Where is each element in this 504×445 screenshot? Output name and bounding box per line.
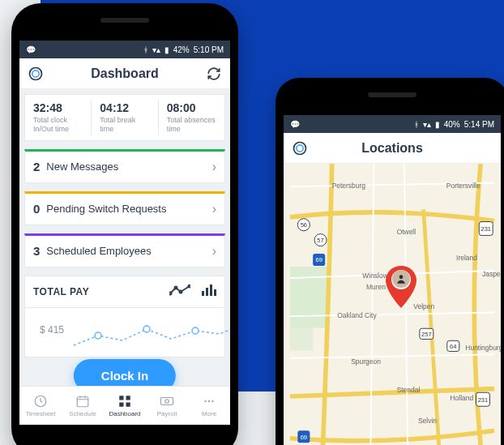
stat-break-time: 04:12 Total break time bbox=[92, 100, 158, 135]
map-place-label: Oakland City bbox=[337, 311, 377, 319]
svg-text:231: 231 bbox=[481, 225, 491, 233]
refresh-icon[interactable] bbox=[206, 66, 222, 82]
stat-clock-time: 32:48 Total clock In/Out time bbox=[25, 100, 92, 135]
list-item[interactable]: 2New Messages› bbox=[24, 149, 225, 183]
svg-point-0 bbox=[30, 67, 42, 79]
bluetooth-icon: ᚼ bbox=[143, 45, 148, 54]
message-icon: 💬 bbox=[26, 45, 36, 54]
message-icon: 💬 bbox=[290, 120, 300, 129]
svg-text:56: 56 bbox=[301, 221, 307, 229]
grid-icon bbox=[117, 394, 132, 409]
tab-bar: Timesheet Schedule Dashboard Payroll Mor… bbox=[19, 386, 230, 425]
signal-icon: ▾▴ bbox=[152, 45, 160, 54]
map-place-label: Huntingburg bbox=[465, 344, 501, 352]
map-place-label: Portersville bbox=[446, 182, 481, 190]
svg-point-10 bbox=[95, 332, 101, 339]
row-text: New Messages bbox=[46, 160, 205, 173]
chevron-right-icon: › bbox=[212, 244, 216, 259]
status-bar: 💬 ᚼ ▾▴ ▮ 40% 5:14 PM bbox=[284, 115, 501, 133]
signal-icon: ▾▴ bbox=[423, 120, 431, 129]
bar-chart-icon[interactable] bbox=[202, 285, 216, 299]
map-place-label: Ireland bbox=[456, 254, 477, 262]
svg-rect-7 bbox=[206, 288, 208, 296]
svg-rect-19 bbox=[161, 398, 173, 405]
page-title: Locations bbox=[361, 141, 423, 156]
list-item[interactable]: 3Scheduled Employees› bbox=[24, 233, 225, 267]
row-count: 3 bbox=[33, 244, 40, 258]
phone-dashboard: 💬 ᚼ ▾▴ ▮ 42% 5:10 PM Dashboard 32:48 bbox=[11, 3, 238, 445]
svg-text:69: 69 bbox=[315, 256, 322, 263]
svg-text:257: 257 bbox=[421, 331, 432, 338]
map[interactable]: 56 57 69 231 257 64 69 231 PetersburgPor… bbox=[284, 164, 501, 445]
svg-point-12 bbox=[192, 327, 199, 334]
map-place-label: Otwell bbox=[397, 228, 416, 236]
total-pay-card: TOTAL PAY $ 415 bbox=[24, 276, 225, 357]
battery-text: 42% bbox=[173, 45, 190, 54]
svg-point-23 bbox=[211, 400, 213, 402]
map-place-label: Spurgeon bbox=[351, 357, 381, 366]
clock-icon bbox=[33, 394, 48, 409]
total-pay-amount: $ 415 bbox=[40, 324, 64, 336]
battery-icon: ▮ bbox=[435, 120, 440, 129]
svg-text:64: 64 bbox=[450, 343, 456, 350]
map-place-label: Muren bbox=[366, 283, 386, 291]
logo-icon bbox=[292, 140, 308, 156]
calendar-icon bbox=[75, 394, 90, 409]
svg-point-22 bbox=[208, 400, 210, 402]
svg-point-25 bbox=[297, 144, 303, 151]
svg-text:57: 57 bbox=[317, 237, 323, 244]
bluetooth-icon: ᚼ bbox=[414, 120, 419, 129]
map-place-label: Petersburg bbox=[332, 182, 366, 190]
svg-point-24 bbox=[294, 142, 306, 154]
total-pay-title: TOTAL PAY bbox=[33, 286, 89, 297]
svg-rect-18 bbox=[126, 403, 130, 407]
money-icon bbox=[160, 394, 174, 409]
svg-point-1 bbox=[32, 70, 39, 76]
svg-point-46 bbox=[399, 275, 403, 279]
tab-payroll[interactable]: Payroll bbox=[146, 387, 188, 425]
svg-text:231: 231 bbox=[478, 396, 489, 404]
row-text: Scheduled Employees bbox=[46, 245, 205, 257]
clock-text: 5:10 PM bbox=[194, 45, 224, 54]
map-place-label: Stendal bbox=[397, 386, 421, 394]
chevron-right-icon: › bbox=[212, 202, 216, 216]
svg-rect-8 bbox=[210, 285, 212, 296]
phone-locations: 💬 ᚼ ▾▴ ▮ 40% 5:14 PM Locations bbox=[275, 78, 504, 445]
svg-rect-6 bbox=[202, 291, 204, 296]
svg-rect-28 bbox=[290, 327, 313, 350]
list-item[interactable]: 0Pending Switch Requests› bbox=[24, 191, 225, 225]
svg-point-11 bbox=[143, 326, 150, 332]
battery-text: 40% bbox=[444, 120, 460, 129]
status-bar: 💬 ᚼ ▾▴ ▮ 42% 5:10 PM bbox=[19, 41, 230, 58]
svg-text:69: 69 bbox=[301, 434, 307, 441]
app-bar: Dashboard bbox=[19, 58, 230, 89]
svg-rect-16 bbox=[126, 396, 130, 400]
battery-icon: ▮ bbox=[164, 45, 169, 54]
line-chart-icon[interactable] bbox=[169, 285, 190, 299]
map-place-label: Selvin bbox=[418, 417, 437, 425]
svg-rect-17 bbox=[119, 403, 123, 407]
chevron-right-icon: › bbox=[212, 160, 216, 174]
stat-absences-time: 08:00 Total absences time bbox=[159, 100, 224, 135]
logo-icon bbox=[28, 66, 44, 82]
app-bar: Locations bbox=[284, 133, 501, 164]
page-title: Dashboard bbox=[91, 66, 159, 81]
svg-rect-14 bbox=[77, 397, 88, 407]
svg-rect-27 bbox=[290, 267, 328, 327]
svg-rect-15 bbox=[119, 396, 123, 400]
spacer bbox=[476, 140, 493, 156]
svg-rect-9 bbox=[214, 289, 216, 296]
row-count: 0 bbox=[33, 202, 40, 216]
map-place-label: Holland bbox=[451, 394, 474, 402]
row-text: Pending Switch Requests bbox=[46, 203, 205, 215]
more-icon bbox=[202, 394, 216, 409]
tab-more[interactable]: More bbox=[188, 387, 230, 425]
tab-dashboard[interactable]: Dashboard bbox=[104, 387, 146, 425]
tab-schedule[interactable]: Schedule bbox=[62, 387, 104, 425]
tab-timesheet[interactable]: Timesheet bbox=[19, 387, 62, 425]
clock-in-button[interactable]: Clock In bbox=[74, 359, 176, 386]
avatar bbox=[392, 270, 410, 288]
row-count: 2 bbox=[33, 160, 40, 173]
map-place-label: Jasper bbox=[482, 270, 501, 278]
map-pin[interactable] bbox=[385, 266, 417, 311]
